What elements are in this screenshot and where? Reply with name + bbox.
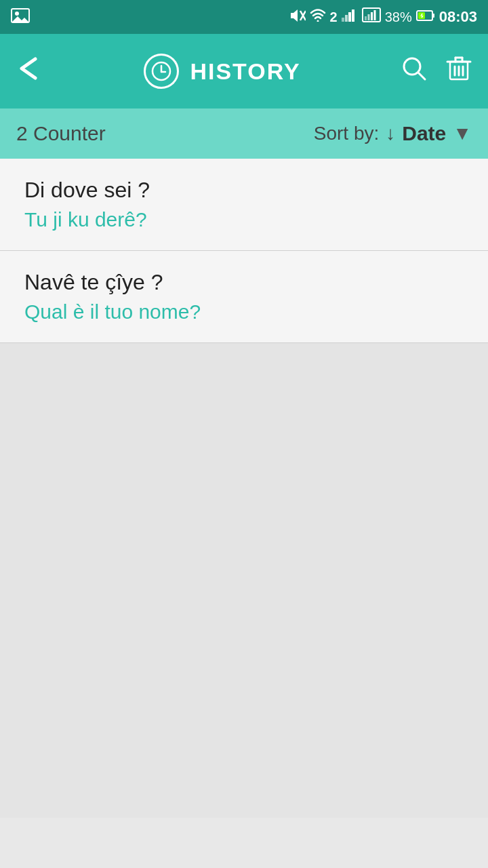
mute-icon (288, 8, 306, 26)
svg-rect-7 (342, 18, 344, 22)
svg-rect-17 (432, 14, 434, 18)
svg-rect-9 (348, 12, 351, 22)
svg-line-25 (418, 73, 425, 79)
back-button-container[interactable] (16, 56, 43, 87)
dropdown-arrow-icon[interactable]: ▼ (453, 123, 472, 144)
sort-direction-icon: ↓ (386, 123, 395, 144)
svg-rect-10 (352, 9, 354, 22)
svg-rect-13 (367, 14, 369, 20)
back-button[interactable] (16, 56, 43, 87)
status-bar-left (11, 8, 30, 26)
wifi-icon (310, 8, 326, 26)
list-item[interactable]: Navê te çîye ? Qual è il tuo nome? (0, 251, 488, 343)
svg-rect-12 (365, 16, 367, 20)
history-clock-icon (144, 54, 179, 89)
svg-rect-14 (371, 12, 373, 20)
app-bar-actions (401, 55, 472, 88)
svg-marker-3 (291, 9, 298, 22)
sort-section[interactable]: Sort by: ↓ Date ▼ (314, 122, 472, 145)
item-secondary-text: Tu ji ku derê? (24, 208, 464, 231)
signal-icon (342, 8, 358, 26)
battery-icon (416, 8, 435, 26)
search-button[interactable] (401, 56, 427, 87)
item-primary-text: Di dove sei ? (24, 178, 464, 203)
svg-rect-15 (373, 10, 375, 20)
sort-value: Date (402, 122, 446, 145)
filter-bar: 2 Counter Sort by: ↓ Date ▼ (0, 108, 488, 159)
svg-point-1 (15, 12, 19, 16)
app-bar-title: HISTORY (190, 58, 300, 85)
app-bar: HISTORY (0, 34, 488, 108)
status-bar: 2 38% (0, 0, 488, 34)
status-bar-right: 2 38% (288, 7, 477, 26)
svg-rect-8 (345, 15, 348, 22)
counter-label: 2 Counter (16, 122, 106, 145)
status-time: 08:03 (439, 8, 477, 26)
svg-point-6 (317, 20, 319, 22)
history-list: Di dove sei ? Tu ji ku derê? Navê te çîy… (0, 159, 488, 343)
sort-label: Sort by: (314, 123, 379, 144)
image-icon (11, 8, 30, 26)
signal2-icon (362, 7, 381, 26)
empty-content-area (0, 343, 488, 818)
svg-marker-2 (12, 16, 29, 22)
list-item[interactable]: Di dove sei ? Tu ji ku derê? (0, 159, 488, 251)
delete-button[interactable] (446, 55, 472, 88)
item-primary-text: Navê te çîye ? (24, 270, 464, 295)
sim2-icon: 2 (330, 9, 338, 25)
battery-percentage: 38% (385, 9, 412, 25)
app-bar-center: HISTORY (144, 54, 300, 89)
item-secondary-text: Qual è il tuo nome? (24, 300, 464, 323)
